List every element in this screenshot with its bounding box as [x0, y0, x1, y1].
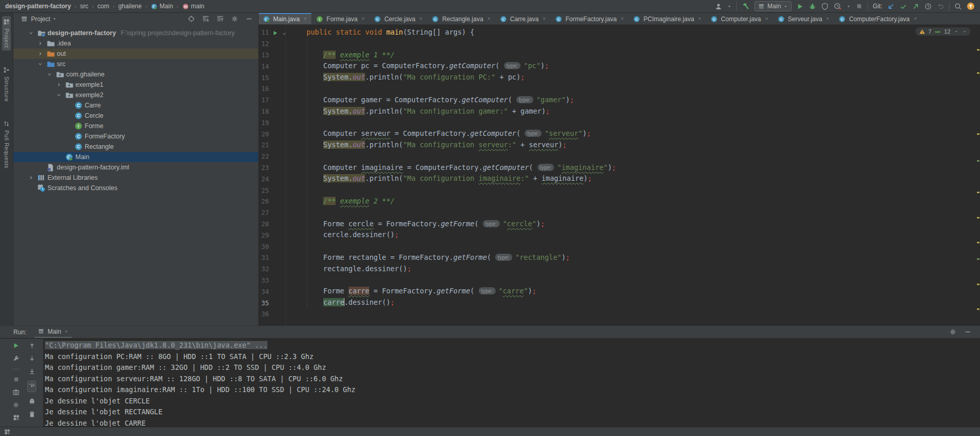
error-stripe-mark[interactable]: [977, 284, 979, 285]
close-icon[interactable]: [825, 16, 830, 21]
breadcrumb-item-Main[interactable]: CMain: [151, 3, 173, 10]
layout-icon[interactable]: [13, 414, 20, 421]
chevron-right-icon[interactable]: [56, 82, 62, 89]
hide-panel-icon[interactable]: [245, 15, 253, 23]
gutter-line-number[interactable]: 14: [259, 63, 269, 70]
prev-problem-icon[interactable]: [954, 29, 959, 34]
console-gear-icon[interactable]: [12, 401, 20, 409]
up-stack-trace-icon[interactable]: [28, 342, 36, 349]
tab-PCImaginaire.java[interactable]: CPCImaginaire.java: [628, 13, 706, 24]
stop-icon[interactable]: [856, 3, 863, 10]
stop-icon[interactable]: [13, 376, 20, 383]
chevron-right-icon[interactable]: [28, 175, 34, 182]
error-stripe-mark[interactable]: [977, 242, 979, 243]
code-line-34[interactable]: 34 Forme carre = FormeFactory.getForme( …: [259, 286, 975, 297]
code-line-23[interactable]: 23 Computer imaginaire = ComputerFactory…: [259, 162, 975, 174]
gutter-line-number[interactable]: 25: [259, 186, 269, 194]
panel-divider[interactable]: [258, 13, 259, 325]
undo-icon[interactable]: [937, 3, 944, 10]
tab-Serveur.java[interactable]: CServeur.java: [773, 13, 834, 24]
tab-Carre.java[interactable]: CCarre.java: [495, 13, 550, 24]
history-icon[interactable]: [924, 3, 932, 10]
inspections-widget[interactable]: 7 12: [915, 27, 971, 36]
run-line-icon[interactable]: [272, 29, 278, 38]
code-line-36[interactable]: 36: [259, 308, 975, 320]
fold-icon[interactable]: [281, 29, 287, 39]
debug-icon[interactable]: [809, 3, 816, 10]
stripe-button-pull-requests[interactable]: Pull Requests: [2, 118, 11, 171]
gutter-line-number[interactable]: 35: [259, 299, 269, 307]
tab-Cercle.java[interactable]: CCercle.java: [369, 13, 427, 24]
code-line-26[interactable]: 26 /** exemple 2 **/: [259, 196, 975, 207]
build-icon[interactable]: [741, 2, 750, 10]
stripe-button-project[interactable]: Project: [2, 16, 11, 51]
gutter-line-number[interactable]: 11: [259, 28, 269, 36]
error-stripe-mark[interactable]: [977, 258, 979, 260]
error-stripe-mark[interactable]: [977, 49, 979, 51]
git-commit-icon[interactable]: [899, 3, 907, 10]
error-stripe-mark[interactable]: [977, 217, 979, 219]
gutter-line-number[interactable]: 15: [259, 74, 269, 82]
rerun-icon[interactable]: [12, 342, 20, 349]
gutter-line-number[interactable]: 34: [259, 288, 269, 295]
gutter-line-number[interactable]: 13: [259, 51, 269, 59]
gutter-line-number[interactable]: 17: [259, 96, 269, 104]
run-icon[interactable]: [796, 3, 804, 10]
close-icon[interactable]: [64, 329, 69, 334]
gutter-line-number[interactable]: 36: [259, 310, 269, 318]
gutter-line-number[interactable]: 23: [259, 164, 269, 172]
close-icon[interactable]: [303, 16, 308, 21]
search-icon[interactable]: [954, 3, 962, 10]
code-line-33[interactable]: 33: [259, 275, 975, 286]
dump-icon[interactable]: [12, 388, 20, 396]
gutter-line-number[interactable]: 33: [259, 276, 269, 284]
gutter-line-number[interactable]: 22: [259, 152, 269, 160]
run-config-selector[interactable]: Main: [754, 1, 792, 11]
code-line-15[interactable]: 15 System.out.println("Ma configuration …: [259, 72, 975, 83]
breadcrumb-item-com[interactable]: com: [98, 3, 109, 10]
next-problem-icon[interactable]: [962, 29, 967, 34]
code-line-29[interactable]: 29 cercle.dessiner();: [259, 229, 975, 241]
chevron-down-icon[interactable]: [37, 61, 43, 69]
code-line-24[interactable]: 24 System.out.println("Ma configuration …: [259, 173, 975, 184]
close-icon[interactable]: [764, 16, 769, 21]
gear-icon[interactable]: [231, 15, 239, 23]
tree-item-design-pattern-factory.iml[interactable]: design-pattern-factory.iml: [13, 162, 258, 173]
chevron-down-icon[interactable]: [52, 17, 57, 21]
profiler-icon[interactable]: [833, 2, 842, 10]
code-line-30[interactable]: 30: [259, 241, 975, 252]
error-stripe-mark[interactable]: [977, 133, 979, 135]
tab-Rectangle.java[interactable]: CRectangle.java: [427, 13, 495, 24]
chevron-down-icon[interactable]: [727, 4, 732, 9]
error-stripe-mark[interactable]: [977, 160, 979, 162]
code-line-27[interactable]: 27: [259, 207, 975, 219]
project-panel-title[interactable]: Project: [31, 15, 50, 23]
code-line-18[interactable]: 18 System.out.println("Ma configuration …: [259, 106, 975, 117]
tab-Forme.java[interactable]: IForme.java: [311, 13, 369, 24]
code-line-12[interactable]: 12: [259, 38, 975, 50]
tree-item-com.ghailene[interactable]: com.ghailene: [13, 69, 258, 80]
error-stripe[interactable]: [976, 25, 979, 325]
breadcrumb-item-design-pattern-factory[interactable]: design-pattern-factory: [5, 3, 71, 10]
code-line-31[interactable]: 31 Forme rectangle = FormeFactory.getFor…: [259, 252, 975, 263]
gutter-line-number[interactable]: 28: [259, 220, 269, 228]
code-line-17[interactable]: 17 Computer gamer = ComputerFactory.getC…: [259, 95, 975, 106]
code-line-20[interactable]: 20 Computer serveur = ComputerFactory.ge…: [259, 128, 975, 139]
close-icon[interactable]: [418, 16, 423, 21]
chevron-down-icon[interactable]: [56, 92, 62, 100]
gutter-line-number[interactable]: 26: [259, 197, 269, 205]
tree-item-Cercle[interactable]: CCercle: [13, 111, 258, 121]
error-stripe-mark[interactable]: [977, 72, 979, 74]
code-area[interactable]: 11 public static void main(String[] args…: [259, 27, 975, 320]
tab-Computer.java[interactable]: CComputer.java: [706, 13, 772, 24]
console-output[interactable]: "C:\Program Files\Java\jdk1.8.0_231\bin\…: [44, 339, 980, 427]
chevron-down-icon[interactable]: [28, 30, 34, 38]
code-line-19[interactable]: 19: [259, 117, 975, 128]
close-icon[interactable]: [486, 16, 492, 21]
tree-item-Forme[interactable]: IForme: [13, 121, 258, 131]
code-line-32[interactable]: 32 rectangle.dessiner();: [259, 263, 975, 275]
tree-item-out[interactable]: out: [13, 49, 258, 59]
gutter-line-number[interactable]: 12: [259, 40, 269, 48]
code-line-21[interactable]: 21 System.out.println("Ma configuration …: [259, 139, 975, 151]
git-push-icon[interactable]: [912, 3, 920, 10]
